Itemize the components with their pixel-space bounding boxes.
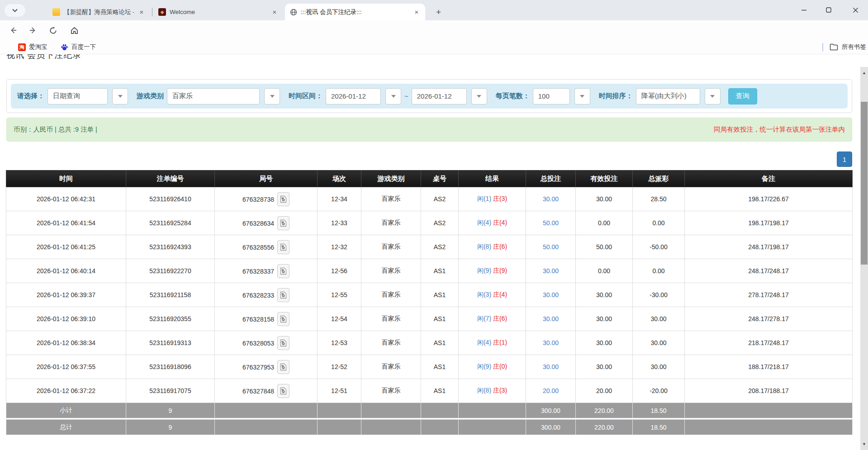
all-bookmarks-button[interactable]: 所有书签: [830, 42, 866, 52]
reload-button[interactable]: [45, 23, 61, 38]
forward-button[interactable]: [25, 23, 41, 38]
per-page-caret-button[interactable]: [574, 88, 590, 104]
date-range-tilde: ~: [404, 92, 408, 100]
bookmark-taobao[interactable]: 淘 爱淘宝: [15, 42, 50, 52]
scrollbar-thumb[interactable]: [861, 102, 868, 265]
result-player: 闲(8): [477, 243, 491, 250]
video-replay-icon[interactable]: [277, 384, 289, 398]
game-cell: 百家乐: [361, 331, 421, 355]
pagination-page-1-button[interactable]: 1: [837, 152, 852, 167]
forum-favicon-icon: [52, 8, 60, 16]
tab-welcome[interactable]: ◆ Welcome ×: [154, 4, 283, 20]
valid-bet-cell: 20.00: [576, 379, 633, 403]
date-start-caret-button[interactable]: [385, 88, 401, 104]
sort-order-caret-button[interactable]: [705, 88, 721, 104]
bookmark-baidu[interactable]: 百度一下: [58, 42, 99, 52]
table-header-row: 时间注单编号局号场次游戏类别桌号结果总投注有效投注总派彩备注: [6, 171, 853, 187]
total-bet-cell: 50.00: [526, 211, 576, 235]
video-replay-icon[interactable]: [277, 360, 289, 374]
back-button[interactable]: [5, 23, 21, 38]
footer-empty-cell: [421, 403, 459, 418]
caret-down-icon: [118, 95, 123, 98]
round-cell: 676328233: [215, 283, 318, 307]
sort-order-select[interactable]: 降幂(由大到小): [636, 88, 700, 104]
tab-close-icon[interactable]: ×: [138, 8, 146, 16]
tab-close-icon[interactable]: ×: [413, 8, 421, 16]
close-window-button[interactable]: [846, 3, 864, 17]
result-cell: 闲(4) 庄(1): [459, 331, 526, 355]
new-tab-button[interactable]: +: [432, 6, 445, 18]
round-cell: 676327953: [215, 355, 318, 379]
video-replay-icon[interactable]: [277, 240, 289, 254]
bet-time-cell: 2026-01-12 06:39:37: [6, 283, 126, 307]
round-cell: 676328634: [215, 211, 318, 235]
footer-empty-cell: [685, 403, 853, 418]
bookmark-label: 爱淘宝: [29, 43, 47, 51]
footer-label-cell: 总计: [6, 420, 126, 435]
minimize-button[interactable]: [795, 3, 813, 17]
payout-cell: 28.50: [633, 187, 685, 211]
payout-cell: -50.00: [633, 235, 685, 259]
maximize-button[interactable]: [820, 3, 838, 17]
column-header: 有效投注: [576, 171, 633, 187]
all-bookmarks-label: 所有书签: [842, 43, 866, 51]
note-cell: 248.17/248.17: [685, 259, 853, 283]
game-category-select[interactable]: 百家乐: [167, 88, 260, 104]
result-banker: 庄(4): [491, 291, 507, 298]
total-bet-link[interactable]: 50.00: [543, 219, 559, 227]
caret-down-icon: [580, 95, 584, 98]
scrollbar-track[interactable]: ▲ ▼: [860, 67, 868, 450]
scroll-down-arrow-icon[interactable]: ▼: [860, 439, 868, 449]
valid-bet-cell: 30.00: [576, 355, 633, 379]
table-row: 2026-01-12 06:41:25523116924393676328556…: [6, 235, 853, 259]
per-page-label: 每页笔数：: [496, 92, 530, 100]
tab-search-button[interactable]: [5, 4, 25, 17]
home-button[interactable]: [66, 23, 82, 38]
video-replay-icon[interactable]: [277, 216, 289, 230]
tab-close-icon[interactable]: ×: [270, 8, 279, 16]
video-replay-icon[interactable]: [277, 192, 289, 206]
date-end-select[interactable]: 2026-01-12: [412, 88, 467, 104]
video-replay-icon[interactable]: [277, 264, 289, 278]
taobao-icon: 淘: [18, 43, 26, 51]
tab-bet-record-active[interactable]: :::视讯 会员下注纪录::: ×: [285, 4, 425, 20]
video-replay-icon[interactable]: [277, 336, 289, 350]
session-cell: 12-51: [318, 379, 361, 403]
query-type-caret-button[interactable]: [112, 88, 128, 104]
query-type-select[interactable]: 日期查询: [47, 88, 108, 104]
result-banker: 庄(6): [491, 315, 507, 322]
total-bet-link[interactable]: 30.00: [543, 339, 559, 346]
footer-empty-cell: [685, 420, 853, 435]
game-category-caret-button[interactable]: [264, 88, 280, 104]
column-header: 结果: [459, 171, 526, 187]
total-bet-cell: 30.00: [526, 283, 576, 307]
total-bet-link[interactable]: 30.00: [543, 267, 559, 275]
result-cell: 闲(7) 庄(6): [459, 307, 526, 331]
scroll-up-arrow-icon[interactable]: ▲: [860, 68, 868, 78]
date-end-caret-button[interactable]: [471, 88, 487, 104]
game-cell: 百家乐: [361, 187, 421, 211]
total-bet-link[interactable]: 30.00: [543, 291, 559, 298]
result-player: 闲(4): [477, 219, 491, 226]
table-no-cell: AS2: [421, 211, 459, 235]
total-bet-link[interactable]: 30.00: [543, 315, 559, 322]
total-bet-link[interactable]: 30.00: [543, 195, 559, 203]
session-cell: 12-34: [318, 187, 361, 211]
session-cell: 12-33: [318, 211, 361, 235]
total-bet-link[interactable]: 20.00: [543, 387, 559, 394]
result-player: 闲(1): [477, 195, 491, 202]
date-start-select[interactable]: 2026-01-12: [326, 88, 381, 104]
total-bet-link[interactable]: 30.00: [543, 363, 559, 370]
note-cell: 278.17/248.17: [685, 283, 853, 307]
tab-forum[interactable]: 【新提醒】海燕策略论坛 - 综合 ×: [48, 4, 150, 20]
search-button[interactable]: 查询: [728, 88, 757, 104]
video-replay-icon[interactable]: [277, 312, 289, 326]
bookmarks-divider: [822, 43, 823, 52]
video-replay-icon[interactable]: [277, 288, 289, 302]
vertical-scrollbar[interactable]: ▲ ▼: [860, 54, 868, 450]
result-cell: 闲(8) 庄(6): [459, 235, 526, 259]
bet-id-cell: 523116920355: [126, 307, 215, 331]
per-page-select[interactable]: 100: [533, 88, 570, 104]
bet-time-cell: 2026-01-12 06:38:34: [6, 331, 126, 355]
total-bet-link[interactable]: 50.00: [543, 243, 559, 251]
